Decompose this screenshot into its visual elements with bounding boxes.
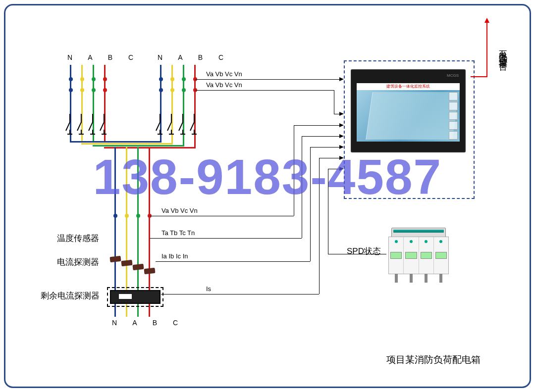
arrow-icon [339, 156, 344, 160]
switch-2d [194, 114, 206, 136]
sig-label-v3: Va Vb Vc Vn [161, 207, 198, 214]
ct-sensor [132, 264, 144, 270]
sig-label-v1: Va Vb Vc Vn [206, 70, 242, 78]
tap-dot [80, 77, 84, 81]
label-current-detector: 电流探测器 [57, 256, 99, 268]
screen-building-graphic [366, 92, 459, 140]
platform-link [471, 76, 486, 77]
sig-label-t: Ta Tb Tc Tn [161, 229, 195, 237]
sig-line [156, 261, 310, 262]
phase-label-2: N A B C [158, 53, 230, 61]
tap-dot [92, 77, 96, 81]
screen-header: 建筑设备一体化监控系统 [357, 83, 460, 90]
hmi-monitor[interactable]: MCGS 建筑设备一体化监控系统 [351, 69, 466, 152]
sig-line [302, 136, 340, 137]
tap-dot [103, 88, 107, 92]
sig-line [334, 90, 334, 114]
sig-line [319, 158, 320, 294]
label-spd-status: SPD状态 [347, 245, 381, 257]
ct-sensor [144, 268, 155, 274]
label-residual-detector: 剩余电流探测器 [41, 290, 100, 301]
arrow-up-icon [484, 18, 489, 23]
label-platform: 至电气综合监控平台 [497, 44, 509, 57]
tap-dot [69, 77, 73, 81]
spd-body [388, 237, 449, 274]
monitor-brand: MCGS [447, 73, 459, 78]
sig-line [294, 125, 340, 126]
residual-current-sensor [110, 290, 160, 304]
sig-label-v2: Va Vb Vc Vn [206, 81, 242, 89]
sig-line [150, 238, 302, 239]
sig-line-spd [328, 169, 328, 254]
tap-dot [182, 88, 186, 92]
sig-line [302, 136, 302, 238]
sig-line [150, 216, 294, 216]
tap-dot [170, 88, 174, 92]
tap-dot [136, 214, 140, 218]
bus-a [81, 143, 173, 145]
phase-label-bottom: N A B C [112, 319, 185, 327]
tap-dot [92, 88, 96, 92]
arrow-icon [339, 77, 344, 81]
label-temp-sensor: 温度传感器 [57, 233, 99, 244]
sig-line [195, 79, 340, 80]
tap-dot [103, 77, 107, 81]
sig-line [310, 147, 311, 261]
arrow-icon [339, 123, 344, 127]
tap-dot [159, 88, 163, 92]
screen-side-icons [449, 92, 458, 140]
sig-line-spd [328, 169, 340, 169]
tap-dot [80, 88, 84, 92]
arrow-icon [339, 145, 344, 149]
sig-line [161, 294, 319, 294]
tap-dot [125, 214, 129, 218]
bus-n [70, 141, 161, 143]
platform-link [486, 22, 487, 77]
arrow-icon [339, 112, 344, 116]
tap-dot [159, 77, 163, 81]
tap-dot [69, 88, 73, 92]
sig-line [319, 158, 340, 158]
monitor-screen[interactable]: 建筑设备一体化监控系统 [357, 83, 460, 142]
sig-line [294, 125, 294, 216]
bus-b [93, 145, 184, 147]
ct-sensor [121, 260, 132, 266]
tap-dot [170, 77, 174, 81]
spd-device [386, 228, 451, 285]
residual-current-sensor-box [107, 287, 163, 307]
switch-1d [104, 114, 115, 136]
arrow-icon [339, 134, 344, 138]
sig-line [310, 147, 340, 147]
tap-dot [113, 214, 117, 218]
phase-label-1: N A B C [67, 53, 140, 61]
diagram-title: 项目某消防负荷配电箱 [386, 353, 481, 366]
sig-label-is: Is [206, 285, 211, 293]
tap-dot [182, 77, 186, 81]
arrow-icon [339, 167, 344, 171]
ct-sensor [109, 256, 121, 262]
sig-line [195, 90, 334, 91]
sig-label-i: Ia Ib Ic In [161, 252, 188, 260]
